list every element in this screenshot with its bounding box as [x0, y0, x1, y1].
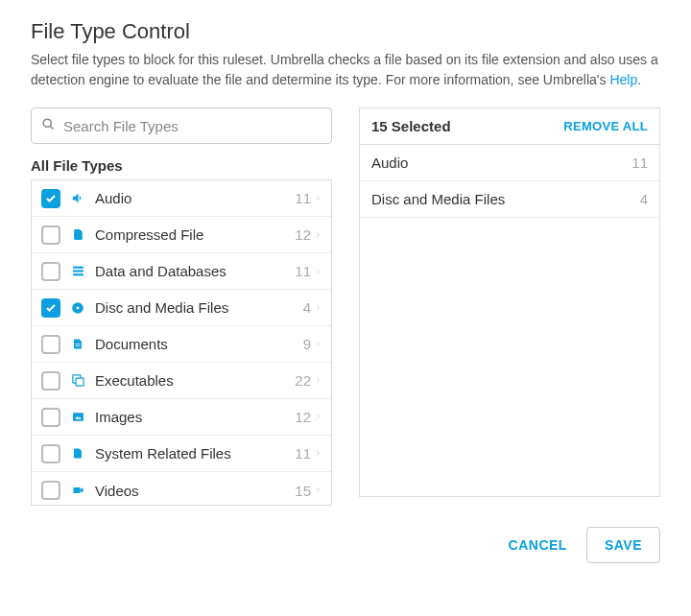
chevron-right-icon — [315, 446, 322, 462]
chevron-right-icon — [315, 227, 322, 243]
selected-item-row[interactable]: Disc and Media Files4 — [360, 181, 659, 218]
selected-item-row[interactable]: Audio11 — [360, 145, 659, 181]
svg-rect-11 — [73, 413, 83, 421]
svg-rect-7 — [76, 344, 81, 344]
selected-item-label: Audio — [371, 154, 408, 171]
file-type-checkbox[interactable] — [41, 298, 60, 318]
cancel-button[interactable]: CANCEL — [509, 537, 567, 553]
audio-icon — [70, 191, 85, 206]
svg-line-1 — [50, 126, 53, 129]
footer-actions: CANCEL SAVE — [31, 527, 660, 563]
save-button[interactable]: SAVE — [586, 527, 660, 563]
svg-rect-2 — [73, 267, 83, 269]
svg-point-6 — [77, 306, 80, 309]
file-type-count: 22 — [295, 372, 311, 389]
page-description: Select file types to block for this rule… — [31, 50, 660, 90]
file-type-checkbox[interactable] — [41, 408, 60, 427]
document-icon — [70, 337, 85, 352]
compressed-icon — [70, 227, 85, 243]
file-type-checkbox[interactable] — [41, 371, 60, 391]
help-link[interactable]: Help — [609, 72, 637, 87]
file-type-count: 11 — [295, 445, 311, 462]
page-title: File Type Control — [31, 19, 660, 44]
file-type-checkbox[interactable] — [41, 189, 60, 208]
selected-item-count: 11 — [631, 154, 648, 171]
search-container — [31, 107, 332, 144]
file-type-label: Videos — [95, 483, 295, 499]
file-type-label: System Related Files — [95, 445, 295, 462]
file-type-count: 11 — [295, 190, 311, 206]
file-type-row[interactable]: Audio11 — [32, 180, 331, 217]
disc-icon — [70, 300, 85, 316]
svg-rect-12 — [73, 487, 80, 493]
chevron-right-icon — [315, 410, 322, 425]
file-type-row[interactable]: Images12 — [32, 399, 331, 436]
file-type-count: 12 — [295, 409, 311, 425]
file-type-label: Executables — [95, 372, 295, 389]
description-suffix: . — [637, 72, 641, 87]
file-type-row[interactable]: Executables22 — [32, 363, 331, 399]
search-icon — [41, 117, 56, 135]
chevron-right-icon — [315, 264, 322, 279]
file-type-row[interactable]: Compressed File12 — [32, 217, 331, 253]
file-type-label: Documents — [95, 336, 303, 352]
svg-rect-3 — [73, 270, 83, 272]
selected-header: 15 Selected REMOVE ALL — [360, 108, 659, 145]
file-type-label: Disc and Media Files — [95, 299, 303, 316]
file-type-checkbox[interactable] — [41, 335, 60, 354]
svg-rect-8 — [76, 345, 81, 346]
file-type-label: Data and Databases — [95, 263, 295, 279]
file-type-row[interactable]: Disc and Media Files4 — [32, 290, 331, 326]
file-type-count: 12 — [295, 226, 311, 243]
svg-rect-4 — [73, 273, 83, 275]
file-type-count: 15 — [295, 483, 311, 499]
all-file-types-list: Audio11Compressed File12Data and Databas… — [31, 179, 332, 506]
file-type-row[interactable]: Documents9 — [32, 326, 331, 363]
chevron-right-icon — [315, 483, 322, 498]
system-icon — [70, 446, 85, 462]
chevron-right-icon — [315, 300, 322, 316]
file-type-checkbox[interactable] — [41, 481, 60, 500]
svg-rect-10 — [76, 378, 83, 386]
executable-icon — [70, 373, 85, 389]
selected-item-label: Disc and Media Files — [371, 191, 505, 207]
description-text: Select file types to block for this rule… — [31, 52, 658, 87]
file-type-count: 11 — [295, 263, 311, 279]
selected-count-title: 15 Selected — [371, 118, 451, 134]
video-icon — [70, 483, 85, 498]
all-file-types-title: All File Types — [31, 157, 332, 174]
file-type-count: 9 — [303, 336, 311, 352]
file-type-row[interactable]: Videos15 — [32, 472, 331, 506]
search-input[interactable] — [63, 118, 322, 134]
svg-point-0 — [43, 119, 51, 127]
file-type-checkbox[interactable] — [41, 444, 60, 463]
database-icon — [70, 264, 85, 279]
file-type-row[interactable]: Data and Databases11 — [32, 253, 331, 290]
selected-list-box: 15 Selected REMOVE ALL Audio11Disc and M… — [359, 107, 660, 497]
chevron-right-icon — [315, 337, 322, 352]
remove-all-button[interactable]: REMOVE ALL — [563, 119, 648, 133]
file-type-label: Compressed File — [95, 226, 295, 243]
file-type-checkbox[interactable] — [41, 225, 60, 245]
selected-item-count: 4 — [640, 191, 648, 207]
chevron-right-icon — [315, 191, 322, 206]
file-type-label: Audio — [95, 190, 295, 206]
file-type-checkbox[interactable] — [41, 262, 60, 281]
file-type-count: 4 — [303, 299, 311, 316]
file-type-row[interactable]: System Related Files11 — [32, 436, 331, 472]
image-icon — [70, 410, 85, 425]
file-type-label: Images — [95, 409, 295, 425]
chevron-right-icon — [315, 373, 322, 389]
